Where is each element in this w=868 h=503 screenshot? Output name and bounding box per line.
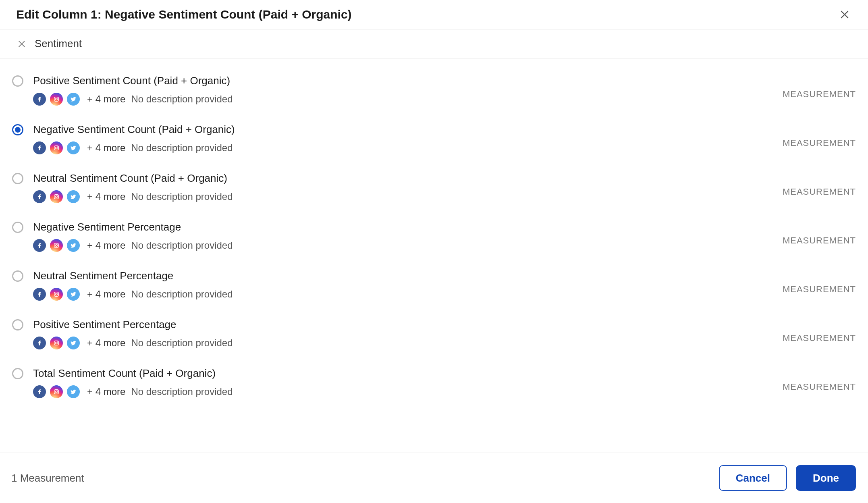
option-title: Positive Sentiment Count (Paid + Organic… bbox=[33, 75, 233, 87]
social-icon-group bbox=[33, 288, 80, 301]
measurement-option-list[interactable]: Positive Sentiment Count (Paid + Organic… bbox=[0, 58, 868, 453]
option-body: Negative Sentiment Percentage+ 4 moreNo … bbox=[33, 221, 233, 252]
option-left: Negative Sentiment Percentage+ 4 moreNo … bbox=[12, 221, 233, 252]
measurement-badge: MEASUREMENT bbox=[783, 325, 856, 343]
close-icon bbox=[17, 39, 27, 49]
measurement-badge: MEASUREMENT bbox=[783, 179, 856, 197]
dialog-footer: 1 Measurement Cancel Done bbox=[0, 453, 868, 503]
done-button[interactable]: Done bbox=[796, 465, 856, 491]
footer-actions: Cancel Done bbox=[719, 465, 856, 491]
option-radio[interactable] bbox=[12, 270, 23, 282]
instagram-icon bbox=[50, 337, 63, 349]
social-icon-group bbox=[33, 239, 80, 252]
measurement-badge: MEASUREMENT bbox=[783, 374, 856, 392]
svg-point-1 bbox=[56, 98, 58, 100]
instagram-icon bbox=[50, 141, 63, 154]
more-sources-label: + 4 more bbox=[87, 240, 125, 251]
instagram-icon bbox=[50, 288, 63, 301]
filter-chip-label: Sentiment bbox=[35, 37, 82, 50]
svg-point-16 bbox=[56, 342, 58, 344]
facebook-icon bbox=[33, 288, 46, 301]
svg-point-4 bbox=[56, 147, 58, 149]
option-subline: + 4 moreNo description provided bbox=[33, 385, 233, 398]
svg-point-5 bbox=[57, 146, 58, 147]
svg-point-8 bbox=[57, 195, 58, 196]
twitter-icon bbox=[67, 190, 80, 203]
option-radio[interactable] bbox=[12, 75, 23, 87]
svg-point-7 bbox=[56, 196, 58, 198]
option-title: Negative Sentiment Count (Paid + Organic… bbox=[33, 123, 235, 136]
option-body: Neutral Sentiment Count (Paid + Organic)… bbox=[33, 172, 233, 203]
svg-point-11 bbox=[57, 244, 58, 245]
option-left: Positive Sentiment Percentage+ 4 moreNo … bbox=[12, 318, 233, 349]
instagram-icon bbox=[50, 190, 63, 203]
more-sources-label: + 4 more bbox=[87, 337, 125, 349]
option-subline: + 4 moreNo description provided bbox=[33, 288, 233, 301]
facebook-icon bbox=[33, 337, 46, 349]
twitter-icon bbox=[67, 337, 80, 349]
option-description: No description provided bbox=[131, 289, 233, 300]
option-description: No description provided bbox=[131, 142, 233, 154]
svg-point-19 bbox=[56, 391, 58, 393]
selection-count: 1 Measurement bbox=[11, 472, 84, 484]
twitter-icon bbox=[67, 141, 80, 154]
option-title: Total Sentiment Count (Paid + Organic) bbox=[33, 367, 233, 380]
twitter-icon bbox=[67, 288, 80, 301]
more-sources-label: + 4 more bbox=[87, 386, 125, 397]
option-subline: + 4 moreNo description provided bbox=[33, 337, 233, 349]
instagram-icon bbox=[50, 385, 63, 398]
option-body: Total Sentiment Count (Paid + Organic)+ … bbox=[33, 367, 233, 398]
more-sources-label: + 4 more bbox=[87, 94, 125, 105]
option-left: Neutral Sentiment Percentage+ 4 moreNo d… bbox=[12, 270, 233, 301]
twitter-icon bbox=[67, 385, 80, 398]
more-sources-label: + 4 more bbox=[87, 289, 125, 300]
social-icon-group bbox=[33, 385, 80, 398]
measurement-option[interactable]: Neutral Sentiment Percentage+ 4 moreNo d… bbox=[12, 264, 856, 313]
social-icon-group bbox=[33, 337, 80, 349]
close-button[interactable] bbox=[837, 7, 852, 22]
svg-point-17 bbox=[57, 341, 58, 342]
option-left: Negative Sentiment Count (Paid + Organic… bbox=[12, 123, 235, 154]
more-sources-label: + 4 more bbox=[87, 142, 125, 154]
dialog-header: Edit Column 1: Negative Sentiment Count … bbox=[0, 0, 868, 29]
twitter-icon bbox=[67, 239, 80, 252]
close-icon bbox=[839, 9, 850, 20]
option-description: No description provided bbox=[131, 94, 233, 105]
svg-point-10 bbox=[56, 245, 58, 247]
cancel-button[interactable]: Cancel bbox=[719, 465, 787, 491]
more-sources-label: + 4 more bbox=[87, 191, 125, 202]
facebook-icon bbox=[33, 93, 46, 106]
measurement-option[interactable]: Positive Sentiment Percentage+ 4 moreNo … bbox=[12, 313, 856, 362]
measurement-badge: MEASUREMENT bbox=[783, 130, 856, 148]
svg-point-2 bbox=[57, 98, 58, 98]
option-subline: + 4 moreNo description provided bbox=[33, 190, 233, 203]
option-radio[interactable] bbox=[12, 368, 23, 379]
facebook-icon bbox=[33, 190, 46, 203]
measurement-option[interactable]: Neutral Sentiment Count (Paid + Organic)… bbox=[12, 166, 856, 215]
social-icon-group bbox=[33, 93, 80, 106]
option-radio[interactable] bbox=[12, 173, 23, 184]
measurement-option[interactable]: Negative Sentiment Percentage+ 4 moreNo … bbox=[12, 215, 856, 264]
option-title: Neutral Sentiment Count (Paid + Organic) bbox=[33, 172, 233, 185]
option-body: Positive Sentiment Percentage+ 4 moreNo … bbox=[33, 318, 233, 349]
dialog-title: Edit Column 1: Negative Sentiment Count … bbox=[16, 8, 352, 21]
instagram-icon bbox=[50, 93, 63, 106]
measurement-badge: MEASUREMENT bbox=[783, 276, 856, 295]
measurement-option[interactable]: Positive Sentiment Count (Paid + Organic… bbox=[12, 69, 856, 118]
option-radio[interactable] bbox=[12, 124, 23, 135]
facebook-icon bbox=[33, 385, 46, 398]
facebook-icon bbox=[33, 239, 46, 252]
measurement-option[interactable]: Total Sentiment Count (Paid + Organic)+ … bbox=[12, 362, 856, 410]
clear-filter-button[interactable] bbox=[16, 38, 27, 50]
twitter-icon bbox=[67, 93, 80, 106]
svg-point-20 bbox=[57, 390, 58, 391]
svg-point-14 bbox=[57, 293, 58, 293]
option-description: No description provided bbox=[131, 386, 233, 397]
option-radio[interactable] bbox=[12, 222, 23, 233]
measurement-option[interactable]: Negative Sentiment Count (Paid + Organic… bbox=[12, 118, 856, 166]
option-subline: + 4 moreNo description provided bbox=[33, 141, 235, 154]
option-body: Negative Sentiment Count (Paid + Organic… bbox=[33, 123, 235, 154]
option-body: Neutral Sentiment Percentage+ 4 moreNo d… bbox=[33, 270, 233, 301]
option-radio[interactable] bbox=[12, 319, 23, 330]
option-subline: + 4 moreNo description provided bbox=[33, 93, 233, 106]
